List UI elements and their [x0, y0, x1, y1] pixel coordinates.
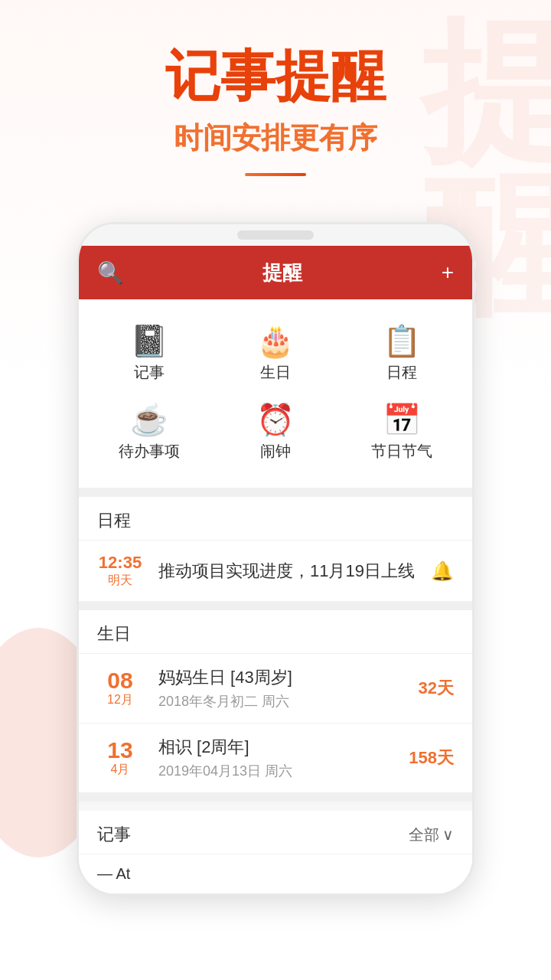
notes-section: 记事 全部 ∨ — At — [79, 811, 472, 893]
birthday-days-2: 158天 — [409, 746, 454, 769]
birthday-info-2: 相识 [2周年] 2019年04月13日 周六 — [158, 736, 409, 780]
schedule-icon: 📋 — [383, 325, 421, 356]
birthday-date-2: 2019年04月13日 周六 — [158, 762, 409, 780]
phone-notch — [237, 230, 314, 240]
section-divider-2 — [79, 601, 472, 610]
notes-section-right[interactable]: 全部 ∨ — [409, 825, 454, 845]
notes-all-label: 全部 — [409, 825, 439, 845]
schedule-text: 推动项目实现进度，11月19日上线 — [158, 560, 431, 583]
birthday-section-title: 生日 — [97, 622, 131, 645]
date-month-2: 4月 — [97, 762, 143, 778]
birthday-item-1[interactable]: 08 12月 妈妈生日 [43周岁] 2018年冬月初二 周六 32天 — [79, 653, 472, 723]
date-day-2: 13 — [97, 739, 143, 762]
phone-body: 🔍 提醒 + 📓 记事 🎂 生日 📋 日程 — [77, 222, 474, 896]
hero-subtitle: 时间安排更有序 — [0, 119, 551, 158]
section-divider-3 — [79, 792, 472, 802]
birthday-item-2[interactable]: 13 4月 相识 [2周年] 2019年04月13日 周六 158天 — [79, 723, 472, 792]
time-sub: 明天 — [97, 573, 143, 589]
notes-section-title: 记事 — [97, 823, 131, 846]
section-divider-1 — [79, 488, 472, 497]
icon-item-alarm[interactable]: ⏰ 闹钟 — [213, 394, 339, 472]
todo-icon: ☕ — [130, 404, 168, 435]
notes-label: 记事 — [134, 362, 165, 383]
schedule-section-title: 日程 — [97, 509, 131, 532]
app-header-title: 提醒 — [262, 260, 302, 286]
schedule-section: 日程 12:35 明天 推动项目实现进度，11月19日上线 🔔 — [79, 497, 472, 601]
birthday-days-1: 32天 — [419, 677, 454, 700]
birthday-name-2: 相识 [2周年] — [158, 736, 409, 759]
alarm-label: 闹钟 — [260, 441, 291, 462]
birthday-label: 生日 — [260, 362, 291, 383]
icon-item-notes[interactable]: 📓 记事 — [86, 315, 213, 394]
schedule-item[interactable]: 12:35 明天 推动项目实现进度，11月19日上线 🔔 — [79, 540, 472, 601]
app-header: 🔍 提醒 + — [79, 246, 472, 299]
hero-title: 记事提醒 — [0, 46, 551, 106]
birthday-section: 生日 08 12月 妈妈生日 [43周岁] 2018年冬月初二 周六 32天 — [79, 610, 472, 792]
birthday-icon: 🎂 — [256, 325, 295, 356]
icon-item-birthday[interactable]: 🎂 生日 — [213, 315, 339, 394]
birthday-date-1: 2018年冬月初二 周六 — [158, 692, 419, 710]
notes-item-partial[interactable]: — At — [79, 854, 472, 893]
icon-grid: 📓 记事 🎂 生日 📋 日程 ☕ 待办事项 ⏰ 闹钟 — [79, 299, 472, 488]
search-icon[interactable]: 🔍 — [97, 260, 124, 286]
date-month-1: 12月 — [97, 692, 143, 708]
notes-section-header[interactable]: 记事 全部 ∨ — [79, 811, 472, 854]
add-icon[interactable]: + — [442, 260, 454, 285]
icon-item-holiday[interactable]: 📅 节日节气 — [338, 394, 465, 472]
time-block: 12:35 明天 — [97, 553, 143, 589]
date-block-1: 08 12月 — [97, 669, 143, 708]
hero-section: 记事提醒 时间安排更有序 — [0, 0, 551, 199]
holiday-icon: 📅 — [383, 404, 421, 435]
holiday-label: 节日节气 — [371, 441, 432, 462]
phone-mockup: 🔍 提醒 + 📓 记事 🎂 生日 📋 日程 — [0, 222, 551, 896]
schedule-section-header: 日程 — [79, 497, 472, 540]
chevron-down-icon: ∨ — [442, 825, 454, 844]
schedule-label: 日程 — [386, 362, 417, 383]
todo-label: 待办事项 — [119, 441, 180, 462]
alarm-icon: ⏰ — [256, 404, 295, 435]
date-block-2: 13 4月 — [97, 739, 143, 778]
bell-icon: 🔔 — [431, 560, 454, 582]
app-content: 📓 记事 🎂 生日 📋 日程 ☕ 待办事项 ⏰ 闹钟 — [79, 299, 472, 893]
notes-icon: 📓 — [130, 325, 168, 356]
date-day-1: 08 — [97, 669, 143, 692]
notes-item-text: — At — [97, 865, 130, 882]
birthday-name-1: 妈妈生日 [43周岁] — [158, 666, 419, 689]
time-main: 12:35 — [97, 553, 143, 573]
icon-item-todo[interactable]: ☕ 待办事项 — [86, 394, 213, 472]
phone-top-bar — [79, 224, 472, 246]
icon-item-schedule[interactable]: 📋 日程 — [338, 315, 465, 394]
hero-divider — [245, 173, 306, 176]
birthday-section-header: 生日 — [79, 610, 472, 653]
birthday-info-1: 妈妈生日 [43周岁] 2018年冬月初二 周六 — [158, 666, 419, 710]
